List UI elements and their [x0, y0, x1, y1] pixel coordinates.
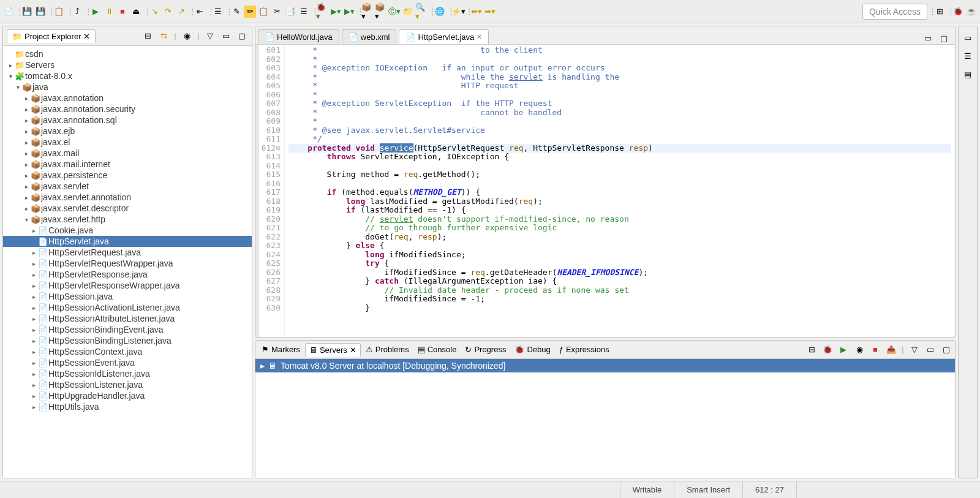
close-icon[interactable]: ✕	[83, 32, 90, 41]
project-explorer-tab[interactable]: 📁 Project Explorer ✕	[7, 29, 96, 43]
sync-icon[interactable]: ⚡▾	[452, 6, 464, 18]
tree-item[interactable]: 📁csdn	[3, 48, 252, 59]
bottom-tab-debug[interactable]: 🐞Debug	[511, 343, 554, 356]
debug-server-icon[interactable]: 🐞	[821, 344, 834, 356]
close-icon[interactable]: ✕	[350, 345, 356, 355]
step-return-icon[interactable]: ↗	[175, 6, 187, 18]
skip-icon[interactable]: ⤴	[71, 6, 83, 18]
highlight-icon[interactable]: ✏	[244, 6, 256, 18]
run-last-icon[interactable]: ▶▾	[343, 6, 355, 18]
maximize-icon[interactable]: ▢	[938, 32, 950, 44]
tree-item[interactable]: ▸📄HttpServletResponse.java	[3, 269, 252, 280]
tree-item[interactable]: ▸📄HttpSessionEvent.java	[3, 357, 252, 368]
save-icon[interactable]: 💾	[21, 6, 33, 18]
tree-item[interactable]: ▾📦java	[3, 81, 252, 92]
maximize-icon[interactable]: ▢	[236, 30, 248, 42]
view-menu-icon[interactable]: ▽	[204, 30, 216, 42]
code-editor[interactable]: * to the client * * @exception IOExcepti…	[285, 45, 955, 337]
tree-item[interactable]: ▸📄HttpServletResponseWrapper.java	[3, 280, 252, 291]
tree-item[interactable]: ▸📄HttpUpgradeHandler.java	[3, 390, 252, 401]
link-editor-icon[interactable]: ⇆	[157, 30, 170, 42]
filters-icon[interactable]: ☰	[212, 6, 224, 18]
minimize-icon[interactable]: ▭	[924, 344, 937, 356]
new-folder-icon[interactable]: 📁	[402, 6, 414, 18]
new-class-icon[interactable]: Ⓒ▾	[388, 6, 401, 18]
bottom-tab-servers[interactable]: 🖥Servers ✕	[305, 343, 361, 357]
resume-icon[interactable]: ▶	[89, 6, 102, 18]
tree-item[interactable]: 📄HttpServlet.java	[3, 236, 252, 247]
publish-server-icon[interactable]: 📤	[885, 344, 897, 356]
forward-icon[interactable]: ➡▾	[484, 6, 496, 18]
view-menu-icon[interactable]: ▽	[908, 344, 921, 356]
profile-server-icon[interactable]: ◉	[853, 344, 865, 356]
tree-item[interactable]: ▸📄HttpSessionListener.java	[3, 379, 252, 390]
bottom-tab-console[interactable]: ▤Console	[414, 343, 461, 356]
focus-icon[interactable]: ◉	[181, 30, 193, 42]
run-icon[interactable]: ▶▾	[330, 6, 342, 18]
back-icon[interactable]: ⬅▾	[470, 6, 483, 18]
tree-item[interactable]: ▸📄HttpServletRequest.java	[3, 247, 252, 258]
server-item[interactable]: ▸ 🖥 Tomcat v8.0 Server at localhost [Deb…	[255, 359, 955, 372]
tree-item[interactable]: ▸📦javax.servlet.annotation	[3, 192, 252, 203]
cut-icon[interactable]: ✂	[271, 6, 283, 18]
tree-item[interactable]: ▸📄HttpSessionContext.java	[3, 346, 252, 357]
copy-icon[interactable]: 📑	[284, 6, 296, 18]
drop-frame-icon[interactable]: ⇤	[194, 6, 206, 18]
tree-item[interactable]: ▾🧩tomcat-8.0.x	[3, 70, 252, 81]
run-server-icon[interactable]: ▶	[837, 344, 850, 356]
web-icon[interactable]: 🌐	[434, 6, 446, 18]
debug-icon[interactable]: 🐞▾	[316, 6, 328, 18]
editor-tab[interactable]: 📄HelloWorld.java	[258, 29, 339, 44]
tree-item[interactable]: ▸📦javax.servlet.descriptor	[3, 203, 252, 214]
tree-item[interactable]: ▸📦javax.ejb	[3, 126, 252, 137]
minimize-icon[interactable]: ▭	[220, 30, 232, 42]
close-icon[interactable]: ✕	[477, 33, 482, 41]
tree-item[interactable]: ▸📄HttpUtils.java	[3, 401, 252, 412]
collapse-all-icon[interactable]: ⊟	[141, 30, 154, 42]
java-ee-perspective-icon[interactable]: ☕	[965, 6, 978, 18]
tree-item[interactable]: ▸📄HttpServletRequestWrapper.java	[3, 258, 252, 269]
tree-item[interactable]: ▸📁Servers	[3, 59, 252, 70]
tree-item[interactable]: ▸📄HttpSessionBindingEvent.java	[3, 324, 252, 335]
no-servers-icon[interactable]: ⊟	[805, 344, 818, 356]
maximize-icon[interactable]: ▢	[940, 344, 952, 356]
bottom-tab-problems[interactable]: ⚠Problems	[362, 343, 413, 356]
new-server-icon[interactable]: 📦▾	[361, 6, 374, 18]
edit-icon[interactable]: ✎	[230, 6, 243, 18]
task-list-icon[interactable]: ▤	[962, 68, 974, 80]
editor-tab[interactable]: 📄HttpServlet.java✕	[399, 29, 489, 44]
disconnect-icon[interactable]: ⏏	[130, 6, 142, 18]
suspend-icon[interactable]: ⏸	[103, 6, 115, 18]
tree-item[interactable]: ▸📄HttpSessionAttributeListener.java	[3, 313, 252, 324]
debug-perspective-icon[interactable]: 🐞	[952, 6, 964, 18]
save-all-icon[interactable]: 💾	[34, 6, 47, 18]
step-over-icon[interactable]: ↷	[162, 6, 174, 18]
terminate-icon[interactable]: ■	[116, 6, 129, 18]
list-icon[interactable]: ☰	[298, 6, 310, 18]
tree-item[interactable]: ▸📄HttpSessionActivationListener.java	[3, 302, 252, 313]
tree-item[interactable]: ▾📦javax.servlet.http	[3, 214, 252, 225]
bottom-tab-markers[interactable]: ⚑Markers	[258, 343, 304, 356]
search-icon[interactable]: 🔍▾	[415, 6, 428, 18]
tree-item[interactable]: ▸📦javax.annotation.security	[3, 104, 252, 115]
quick-access-field[interactable]: Quick Access	[862, 4, 927, 20]
new-icon[interactable]: 📄	[2, 6, 15, 18]
project-tree[interactable]: 📁csdn▸📁Servers▾🧩tomcat-8.0.x▾📦java▸📦java…	[3, 46, 252, 478]
open-perspective-icon[interactable]: ⊞	[933, 6, 946, 18]
minimize-icon[interactable]: ▭	[922, 32, 934, 44]
stop-server-icon[interactable]: ■	[869, 344, 881, 356]
restore-icon[interactable]: ▭	[962, 31, 974, 43]
tree-item[interactable]: ▸📦javax.servlet	[3, 181, 252, 192]
bottom-tab-expressions[interactable]: ƒExpressions	[556, 343, 613, 356]
outline-icon[interactable]: ☰	[962, 50, 974, 62]
tree-item[interactable]: ▸📦javax.mail.internet	[3, 159, 252, 170]
tree-item[interactable]: ▸📄HttpSessionBindingListener.java	[3, 335, 252, 346]
build-icon[interactable]: 📋	[53, 6, 65, 18]
paste-icon[interactable]: 📋	[257, 6, 270, 18]
tree-item[interactable]: ▸📄HttpSessionIdListener.java	[3, 368, 252, 379]
editor-tab[interactable]: 📄web.xml	[342, 29, 397, 44]
tree-item[interactable]: ▸📄HttpSession.java	[3, 291, 252, 302]
tree-item[interactable]: ▸📦javax.mail	[3, 148, 252, 159]
step-into-icon[interactable]: ↘	[148, 6, 160, 18]
tree-item[interactable]: ▸📦javax.annotation	[3, 92, 252, 104]
